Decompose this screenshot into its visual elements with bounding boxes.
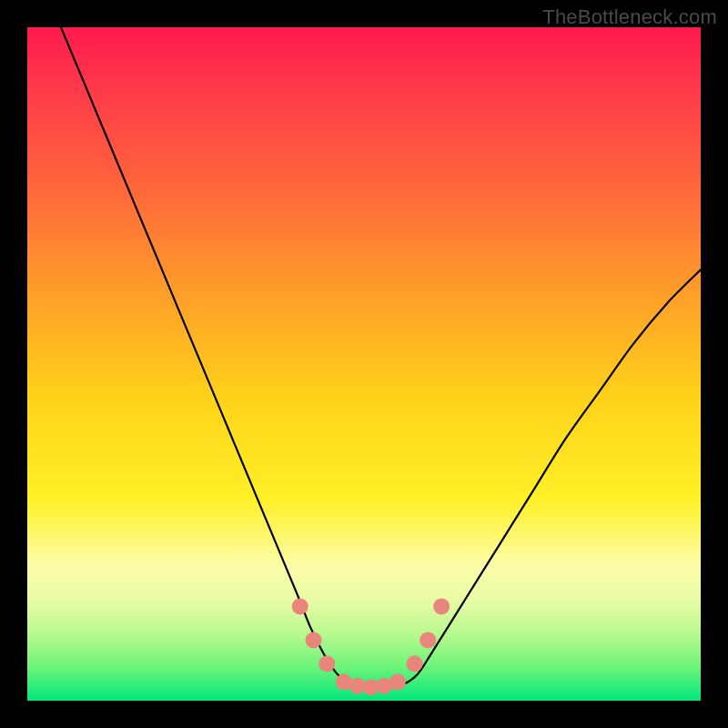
marker-dot: [318, 655, 335, 672]
marker-dot: [306, 632, 322, 648]
chart-frame: TheBottleneck.com: [0, 0, 728, 728]
watermark-text: TheBottleneck.com: [542, 5, 717, 29]
marker-dot: [292, 598, 308, 614]
bottom-markers: [292, 598, 450, 695]
marker-dot: [420, 632, 436, 648]
marker-dot: [407, 655, 423, 672]
bottleneck-curve: [61, 27, 701, 687]
marker-dot: [389, 673, 406, 690]
marker-dot: [433, 598, 450, 614]
plot-area: [27, 27, 701, 701]
curve-svg: [27, 27, 701, 701]
